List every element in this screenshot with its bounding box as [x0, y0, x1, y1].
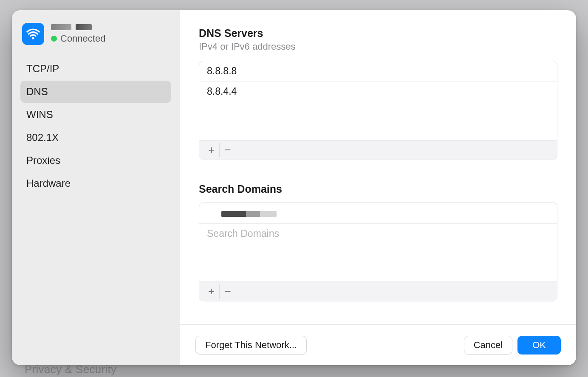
search-domains-body[interactable]: Search Domains — [199, 203, 557, 281]
wifi-icon — [22, 23, 44, 45]
sidebar-item-tcpip[interactable]: TCP/IP — [20, 58, 171, 80]
sidebar-item-dns[interactable]: DNS — [20, 81, 171, 103]
sidebar-item-8021x[interactable]: 802.1X — [20, 127, 171, 149]
network-advanced-dialog: Connected TCP/IP DNS WINS 802.1X Proxies… — [12, 10, 576, 365]
add-dns-server-button[interactable]: + — [204, 143, 220, 158]
sidebar: Connected TCP/IP DNS WINS 802.1X Proxies… — [12, 10, 180, 365]
connection-meta: Connected — [51, 24, 105, 44]
content-pane: DNS Servers IPv4 or IPv6 addresses 8.8.8… — [180, 10, 576, 365]
cancel-button[interactable]: Cancel — [464, 336, 512, 354]
minus-icon: − — [224, 143, 231, 157]
sidebar-item-proxies[interactable]: Proxies — [20, 149, 171, 172]
sidebar-item-wins[interactable]: WINS — [20, 104, 171, 126]
plus-icon: + — [208, 285, 215, 298]
dns-servers-title: DNS Servers — [199, 27, 557, 39]
add-search-domain-button[interactable]: + — [204, 284, 220, 299]
connection-name — [51, 24, 105, 31]
dns-servers-footer: + − — [199, 140, 557, 160]
ok-button[interactable]: OK — [517, 336, 561, 354]
search-domains-list[interactable]: Search Domains + − — [199, 202, 557, 301]
dialog-action-bar: Forget This Network... Cancel OK — [180, 324, 576, 365]
plus-icon: + — [208, 143, 215, 157]
connection-status-label: Connected — [60, 33, 105, 44]
remove-search-domain-button[interactable]: − — [220, 284, 236, 299]
search-domain-placeholder-row[interactable]: Search Domains — [199, 224, 557, 244]
search-domains-footer: + − — [199, 281, 557, 301]
svg-point-0 — [32, 37, 34, 39]
search-domains-title: Search Domains — [199, 183, 557, 195]
dns-server-row[interactable]: 8.8.4.4 — [199, 82, 557, 101]
sidebar-nav: TCP/IP DNS WINS 802.1X Proxies Hardware — [20, 58, 171, 194]
dns-servers-subtitle: IPv4 or IPv6 addresses — [199, 41, 557, 52]
sidebar-item-hardware[interactable]: Hardware — [20, 172, 171, 194]
connection-status: Connected — [51, 33, 105, 44]
remove-dns-server-button[interactable]: − — [220, 143, 236, 158]
minus-icon: − — [224, 285, 231, 298]
search-domain-row[interactable] — [199, 203, 557, 224]
dns-servers-list[interactable]: 8.8.8.8 8.8.4.4 + − — [199, 61, 557, 160]
connection-header: Connected — [20, 20, 171, 53]
status-dot-icon — [51, 36, 57, 42]
dns-servers-body[interactable]: 8.8.8.8 8.8.4.4 — [199, 61, 557, 140]
dns-server-row[interactable]: 8.8.8.8 — [199, 61, 557, 82]
forget-network-button[interactable]: Forget This Network... — [195, 336, 307, 354]
